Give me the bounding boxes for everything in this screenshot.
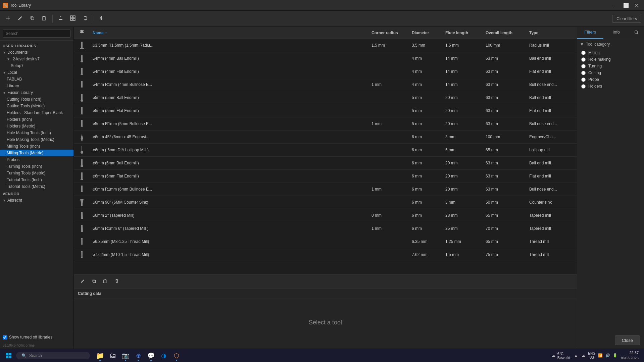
table-row[interactable]: ⌀4mm (4mm Ball Endmill) 4 mm 14 mm 63 mm… bbox=[74, 52, 577, 65]
filter-option-hole-making[interactable]: Hole making bbox=[580, 56, 641, 63]
table-row[interactable]: ⌀6mm ( 6mm DIA Lollipop Mill ) 6 mm 5 mm… bbox=[74, 144, 577, 157]
corner-radius-column-header[interactable]: Corner radius bbox=[369, 27, 409, 39]
close-window-button[interactable]: ✕ bbox=[632, 1, 641, 10]
filter-option-milling[interactable]: Milling bbox=[580, 49, 641, 56]
sidebar-item-hole-making-metric[interactable]: Hole Making Tools (Metric) bbox=[0, 136, 73, 143]
filter-option-cutting[interactable]: Cutting bbox=[580, 69, 641, 76]
table-row[interactable]: ⌀5mm R1mm (5mm Bullnose E... 1 mm 5 mm 2… bbox=[74, 117, 577, 131]
filter-option-holders[interactable]: Holders bbox=[580, 83, 641, 90]
show-turned-off-label[interactable]: Show turned off libraries bbox=[3, 335, 71, 340]
taskbar-app-folder[interactable]: 🗂 bbox=[107, 350, 119, 362]
settings-column-header[interactable] bbox=[74, 27, 90, 39]
export-button[interactable] bbox=[55, 13, 66, 24]
table-row[interactable]: ⌀3.5mm R1.5mm (1.5mm Radiu... 1.5 mm 3.5… bbox=[74, 39, 577, 52]
bottom-paste-button[interactable] bbox=[101, 277, 110, 286]
svg-rect-52 bbox=[6, 356, 8, 358]
sidebar-item-turning-inch[interactable]: Turning Tools (Inch) bbox=[0, 163, 73, 170]
sidebar-item-milling-inch[interactable]: Milling Tools (Inch) bbox=[0, 143, 73, 150]
sidebar-item-library[interactable]: Library bbox=[0, 83, 73, 89]
table-row[interactable]: ⌀6mm R1mm 6° (Tapered Mill ) 1 mm 6 mm 2… bbox=[74, 222, 577, 235]
sidebar-item-local[interactable]: ▼ Local bbox=[0, 69, 73, 76]
svg-point-16 bbox=[81, 100, 83, 102]
sidebar-item-holders-standard[interactable]: Holders - Standard Taper Blank bbox=[0, 109, 73, 116]
minimize-button[interactable]: — bbox=[610, 1, 620, 10]
edit-tool-button[interactable] bbox=[15, 13, 26, 24]
table-row[interactable]: ⌀5mm (5mm Flat Endmill) 5 mm 20 mm 63 mm… bbox=[74, 104, 577, 117]
table-row[interactable]: ⌀7.62mm (M10-1.5 Thread Mill) 7.62 mm 1.… bbox=[74, 248, 577, 261]
table-row[interactable]: ⌀6mm 90° (6MM Counter Sink) 6 mm 3 mm 50… bbox=[74, 196, 577, 209]
add-tool-button[interactable] bbox=[3, 13, 13, 24]
paste-tool-button[interactable] bbox=[39, 13, 50, 24]
sidebar-item-cutting-tools-inch[interactable]: Cutting Tools (Inch) bbox=[0, 96, 73, 103]
start-button[interactable] bbox=[3, 350, 15, 362]
paste-icon bbox=[103, 279, 108, 285]
table-row[interactable]: ⌀6mm (6mm Ball Endmill) 6 mm 20 mm 63 mm… bbox=[74, 157, 577, 170]
filter-radio-hole-making[interactable] bbox=[581, 57, 586, 62]
sidebar-item-fablab[interactable]: FABLAB bbox=[0, 76, 73, 83]
tab-info[interactable]: Info bbox=[603, 27, 630, 39]
name-column-header[interactable]: Name ↑ bbox=[90, 27, 369, 39]
taskbar-app-fusion[interactable]: ⬡ bbox=[170, 350, 183, 362]
filter-radio-probe[interactable] bbox=[581, 77, 586, 82]
merge-button[interactable] bbox=[67, 13, 78, 24]
taskbar-app-whatsapp[interactable]: 💬 bbox=[145, 350, 157, 362]
taskbar-clock[interactable]: 22:37 10/03/2025 bbox=[620, 350, 639, 361]
bottom-delete-button[interactable] bbox=[112, 277, 121, 286]
sidebar-item-hole-making-inch[interactable]: Hole Making Tools (Inch) bbox=[0, 130, 73, 136]
sidebar-item-probes[interactable]: Probes bbox=[0, 156, 73, 163]
table-row[interactable]: ⌀4mm (4mm Flat Endmill) 4 mm 14 mm 63 mm… bbox=[74, 65, 577, 78]
taskbar-search-bar[interactable]: 🔍 Search bbox=[16, 352, 90, 359]
right-panel-search-button[interactable] bbox=[632, 28, 641, 38]
sidebar-item-milling-metric[interactable]: Milling Tools (Metric) bbox=[0, 150, 73, 156]
filter-radio-holders[interactable] bbox=[581, 84, 586, 89]
table-row[interactable]: ⌀6mm 45° (6mm x 45 Engravi... 6 mm 3 mm … bbox=[74, 131, 577, 144]
sidebar-item-documents[interactable]: ▼ Documents bbox=[0, 49, 73, 56]
taskbar-app-camera[interactable]: 📷 bbox=[119, 350, 132, 362]
sidebar-search-input[interactable] bbox=[3, 30, 71, 38]
table-row[interactable]: ⌀6mm 2° (Tapered Mill) 0 mm 6 mm 28 mm 6… bbox=[74, 209, 577, 222]
bottom-copy-button[interactable] bbox=[89, 277, 99, 286]
sidebar-item-holders-metric[interactable]: Holders (Metric) bbox=[0, 123, 73, 130]
maximize-button[interactable]: ⬜ bbox=[621, 1, 631, 10]
sidebar-item-2level-desk[interactable]: ▼ 2-level desk v7 bbox=[0, 56, 73, 62]
sidebar-item-tutorial-inch[interactable]: Tutorial Tools (Inch) bbox=[0, 176, 73, 183]
delete-tool-button[interactable] bbox=[96, 13, 107, 24]
table-row[interactable]: ⌀5mm (5mm Ball Endmill) 5 mm 20 mm 63 mm… bbox=[74, 91, 577, 104]
sidebar-item-label: Holders (Inch) bbox=[7, 117, 32, 122]
svg-rect-3 bbox=[42, 17, 45, 20]
clear-filters-button[interactable]: Clear filters bbox=[612, 15, 641, 23]
flute-length-column-header[interactable]: Flute length bbox=[443, 27, 483, 39]
close-button[interactable]: Close bbox=[615, 335, 640, 345]
diameter-column-header[interactable]: Diameter bbox=[409, 27, 443, 39]
chevron-up-icon[interactable]: ▲ bbox=[573, 353, 579, 358]
table-row[interactable]: ⌀6mm R1mm (6mm Bullnose E... 1 mm 6 mm 2… bbox=[74, 183, 577, 196]
sidebar-item-turning-metric[interactable]: Turning Tools (Metric) bbox=[0, 170, 73, 176]
sidebar-item-label: Library bbox=[7, 84, 19, 88]
sidebar-item-setup7[interactable]: Setup7 bbox=[0, 62, 73, 69]
taskbar-app-edge[interactable]: ◑ bbox=[158, 350, 170, 362]
sidebar-item-albrecht[interactable]: ▼ Albrecht bbox=[0, 197, 73, 204]
taskbar-app-file-explorer[interactable]: 📁 bbox=[94, 350, 106, 362]
tab-filters[interactable]: Filters bbox=[577, 27, 603, 39]
filter-radio-cutting[interactable] bbox=[581, 71, 586, 75]
filter-option-turning[interactable]: Turning bbox=[580, 63, 641, 69]
filter-section-header[interactable]: ▼ Tool category bbox=[580, 42, 641, 47]
taskbar-app-chrome[interactable]: ⊕ bbox=[132, 350, 144, 362]
show-turned-off-checkbox[interactable] bbox=[3, 335, 7, 340]
table-row[interactable]: ⌀6mm (6mm Flat Endmill) 6 mm 20 mm 63 mm… bbox=[74, 170, 577, 183]
bottom-edit-button[interactable] bbox=[78, 277, 87, 286]
filter-radio-turning[interactable] bbox=[581, 64, 586, 68]
tool-flute-length-cell: 14 mm bbox=[443, 52, 483, 65]
sidebar-item-fusion-library[interactable]: ▼ Fusion Library bbox=[0, 89, 73, 96]
table-row[interactable]: ⌀4mm R1mm (4mm Bullnose E... 1 mm 4 mm 1… bbox=[74, 78, 577, 91]
transform-button[interactable] bbox=[80, 13, 90, 24]
sidebar-item-cutting-tools-metric[interactable]: Cutting Tools (Metric) bbox=[0, 103, 73, 109]
table-row[interactable]: ⌀6.35mm (M8-1.25 Thread Mill) 6.35 mm 1.… bbox=[74, 235, 577, 248]
type-column-header[interactable]: Type bbox=[527, 27, 577, 39]
filter-option-probe[interactable]: Probe bbox=[580, 76, 641, 83]
sidebar-item-tutorial-metric[interactable]: Tutorial Tools (Metric) bbox=[0, 183, 73, 190]
filter-radio-milling[interactable] bbox=[581, 51, 586, 55]
overall-length-column-header[interactable]: Overall length bbox=[483, 27, 527, 39]
copy-tool-button[interactable] bbox=[27, 13, 38, 24]
sidebar-item-holders-inch[interactable]: Holders (Inch) bbox=[0, 116, 73, 123]
